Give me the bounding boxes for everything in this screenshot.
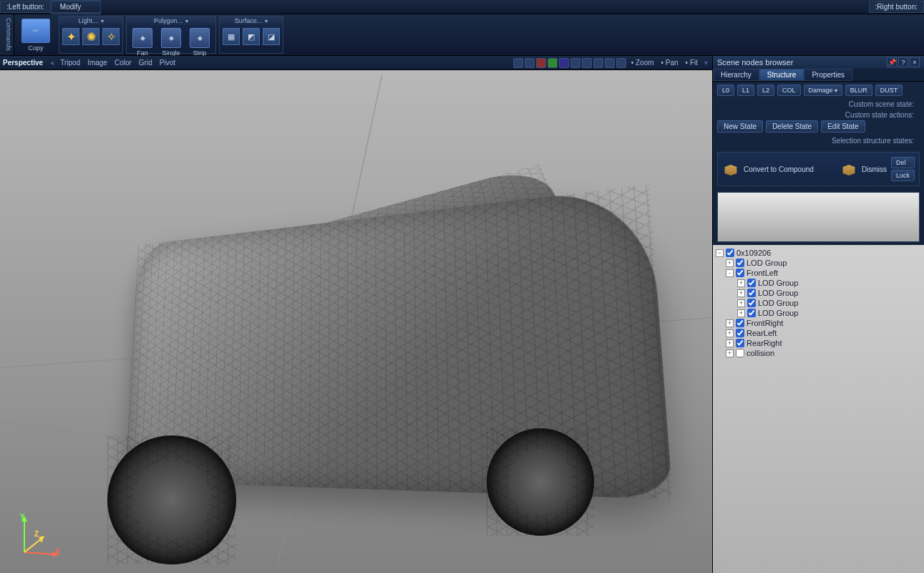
tree-node[interactable]: +LOD Group bbox=[714, 278, 923, 288]
commands-sidebar-toggle[interactable]: Commands bbox=[0, 14, 14, 55]
expand-icon[interactable]: + bbox=[737, 289, 745, 297]
tree-node[interactable]: +FrontRight bbox=[714, 318, 923, 328]
dismiss-button[interactable]: Dismiss bbox=[840, 162, 887, 176]
viewport-menu-color[interactable]: Color bbox=[111, 59, 135, 67]
help-icon[interactable]: ? bbox=[898, 57, 908, 67]
scene-tree[interactable]: − 0x109206 +LOD Group-FrontLeft+LOD Grou… bbox=[713, 245, 924, 573]
expand-icon[interactable]: + bbox=[726, 319, 734, 327]
tree-node[interactable]: -FrontLeft bbox=[714, 268, 923, 278]
expand-icon[interactable]: + bbox=[726, 340, 734, 347]
tree-node[interactable]: +RearRight bbox=[714, 338, 923, 348]
rear-wheel bbox=[487, 428, 594, 536]
delete-state-button[interactable]: Delete State bbox=[766, 120, 818, 133]
lock-button[interactable]: Lock bbox=[891, 170, 915, 181]
tree-node[interactable]: +LOD Group bbox=[714, 258, 923, 268]
axis-x-label: X bbox=[55, 548, 60, 556]
node-checkbox[interactable] bbox=[736, 329, 744, 337]
viewport-tool-icon[interactable] bbox=[559, 58, 569, 68]
node-checkbox[interactable] bbox=[747, 279, 756, 287]
surface-tool-3-icon[interactable]: ◪ bbox=[263, 28, 280, 45]
copy-label: Copy bbox=[28, 44, 43, 52]
node-checkbox[interactable] bbox=[747, 289, 756, 297]
expand-icon[interactable]: + bbox=[737, 279, 745, 287]
viewport-tool-icon[interactable] bbox=[525, 58, 535, 68]
surface-group-header[interactable]: Surface... bbox=[220, 16, 283, 25]
light-group-header[interactable]: Light... bbox=[59, 16, 122, 25]
viewport-tool-icon[interactable] bbox=[536, 58, 546, 68]
node-checkbox[interactable] bbox=[736, 269, 744, 277]
node-checkbox[interactable] bbox=[736, 319, 744, 327]
state-damage-button[interactable]: Damage bbox=[804, 85, 842, 96]
expand-icon[interactable]: + bbox=[726, 350, 734, 357]
viewport-tool-icon[interactable] bbox=[616, 58, 626, 68]
toolbar: Commands ✂ Copy Light... ✦ ✺ ✧ Polygon..… bbox=[0, 14, 924, 56]
light-tool-2-icon[interactable]: ✺ bbox=[82, 28, 99, 45]
state-col-button[interactable]: COL bbox=[777, 85, 801, 96]
polygon-group-header[interactable]: Polygon... bbox=[127, 16, 215, 25]
state-dust-button[interactable]: DUST bbox=[875, 85, 903, 96]
light-tool-3-icon[interactable]: ✧ bbox=[102, 28, 120, 45]
copy-button[interactable]: ✂ Copy bbox=[17, 17, 54, 53]
viewport-tool-icon[interactable] bbox=[605, 58, 615, 68]
state-l2-button[interactable]: L2 bbox=[757, 85, 774, 96]
edit-state-button[interactable]: Edit State bbox=[821, 120, 865, 133]
polygon-fan-button[interactable]: ◆Fan bbox=[128, 27, 157, 58]
viewport-tool-icon[interactable] bbox=[548, 58, 558, 68]
tree-node[interactable]: +collision bbox=[714, 348, 923, 358]
tree-node[interactable]: +LOD Group bbox=[714, 288, 923, 298]
close-icon[interactable]: × bbox=[910, 57, 920, 67]
tree-node[interactable]: +LOD Group bbox=[714, 308, 923, 318]
expand-icon[interactable]: - bbox=[726, 269, 734, 277]
pin-icon[interactable]: 📌 bbox=[887, 57, 897, 67]
viewport-tool-icon[interactable] bbox=[513, 58, 523, 68]
tree-root-node[interactable]: − 0x109206 bbox=[714, 248, 923, 258]
panel-tab-hierarchy[interactable]: Hierarchy bbox=[713, 69, 759, 81]
light-group: Light... ✦ ✺ ✧ bbox=[59, 16, 123, 54]
new-state-button[interactable]: New State bbox=[717, 120, 763, 133]
state-l1-button[interactable]: L1 bbox=[737, 85, 754, 96]
axis-y-label: Y bbox=[20, 513, 25, 521]
light-tool-1-icon[interactable]: ✦ bbox=[62, 28, 79, 45]
polygon-strip-button[interactable]: ◆Strip bbox=[185, 27, 214, 58]
panel-tab-structure[interactable]: Structure bbox=[759, 69, 804, 81]
viewport-fit-button[interactable]: • Fit bbox=[682, 59, 701, 67]
convert-compound-button[interactable]: Convert to Compound bbox=[722, 162, 836, 176]
3d-viewport[interactable]: Y X Z bbox=[0, 70, 712, 573]
state-l0-button[interactable]: L0 bbox=[717, 85, 734, 96]
node-checkbox[interactable] bbox=[736, 349, 744, 357]
viewport-menu-pivot[interactable]: Pivot bbox=[156, 59, 179, 67]
expand-icon[interactable]: + bbox=[726, 259, 734, 267]
del-button[interactable]: Del bbox=[891, 157, 915, 168]
node-checkbox[interactable] bbox=[747, 299, 756, 307]
left-button[interactable]: :Left button: bbox=[0, 1, 51, 13]
viewport-menu-tripod[interactable]: Tripod bbox=[57, 59, 84, 67]
tree-node[interactable]: +RearLeft bbox=[714, 328, 923, 338]
node-checkbox[interactable] bbox=[736, 259, 744, 267]
node-checkbox[interactable] bbox=[736, 339, 744, 347]
menu-tab-modify[interactable]: Modify bbox=[51, 1, 101, 13]
expand-icon[interactable]: − bbox=[716, 249, 724, 257]
viewport-menu-grid[interactable]: Grid bbox=[135, 59, 156, 67]
viewport-menu-image[interactable]: Image bbox=[84, 59, 111, 67]
node-label: FrontRight bbox=[747, 319, 783, 327]
tree-node[interactable]: +LOD Group bbox=[714, 298, 923, 308]
node-checkbox[interactable] bbox=[726, 249, 734, 257]
polygon-single-button[interactable]: ◆Single bbox=[157, 27, 185, 58]
viewport-pan-button[interactable]: • Pan bbox=[658, 59, 682, 67]
viewport-tool-icon[interactable] bbox=[593, 58, 603, 68]
viewport-zoom-button[interactable]: • Zoom bbox=[628, 59, 658, 67]
expand-icon[interactable]: + bbox=[737, 309, 745, 317]
surface-tool-2-icon[interactable]: ◩ bbox=[243, 28, 260, 45]
right-button[interactable]: :Right button: bbox=[869, 1, 924, 13]
viewport-title[interactable]: Perspective bbox=[3, 59, 47, 67]
panel-tab-properties[interactable]: Properties bbox=[804, 69, 852, 81]
viewport-tool-icon[interactable] bbox=[582, 58, 592, 68]
car-model[interactable] bbox=[64, 170, 658, 557]
surface-tool-1-icon[interactable]: ▦ bbox=[223, 28, 240, 45]
viewport-tool-icon[interactable] bbox=[570, 58, 580, 68]
expand-icon[interactable]: + bbox=[726, 329, 734, 337]
node-checkbox[interactable] bbox=[747, 309, 756, 317]
expand-icon[interactable]: + bbox=[737, 299, 745, 307]
state-blur-button[interactable]: BLUR bbox=[845, 85, 872, 96]
axis-gizmo[interactable]: Y X Z bbox=[10, 513, 60, 563]
